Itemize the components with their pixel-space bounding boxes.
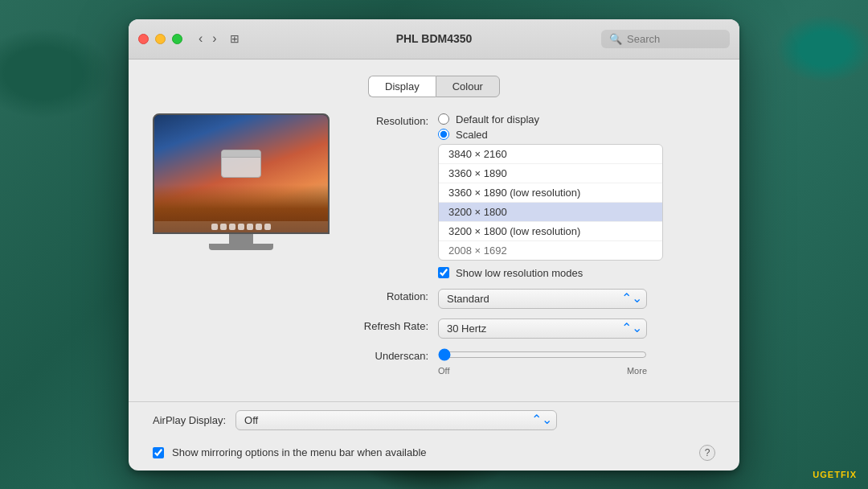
wallpaper — [154, 115, 328, 232]
traffic-lights — [138, 34, 182, 44]
show-low-res-label: Show low resolution modes — [456, 267, 583, 279]
dock-item — [229, 224, 235, 230]
show-low-res-row[interactable]: Show low resolution modes — [438, 267, 715, 279]
back-button[interactable]: ‹ — [195, 31, 206, 47]
scaled-option[interactable]: Scaled — [438, 129, 715, 141]
main-content: Display Colour — [129, 60, 739, 401]
help-button[interactable]: ? — [699, 445, 715, 461]
settings-panel: Resolution: Default for display Scaled — [354, 113, 715, 385]
rotation-row: Rotation: Standard 90° 180° 270° ⌃⌄ — [354, 289, 715, 309]
res-item-3200-low[interactable]: 3200 × 1800 (low resolution) — [439, 222, 662, 241]
close-button[interactable] — [138, 34, 149, 44]
resolution-options: Default for display Scaled — [438, 113, 715, 141]
res-item-3840[interactable]: 3840 × 2160 — [439, 145, 662, 164]
titlebar: ‹ › ⊞ PHL BDM4350 🔍 — [129, 19, 739, 60]
resolution-row: Resolution: Default for display Scaled — [354, 113, 715, 279]
tab-bar: Display Colour — [153, 76, 715, 97]
underscan-row: Underscan: Off More — [354, 348, 715, 376]
monitor-screen — [153, 113, 330, 234]
refresh-rate-select-wrapper: 30 Hertz 60 Hertz ⌃⌄ — [438, 318, 647, 339]
refresh-rate-row: Refresh Rate: 30 Hertz 60 Hertz ⌃⌄ — [354, 318, 715, 339]
res-item-3200[interactable]: 3200 × 1800 — [439, 203, 662, 222]
mirroring-label: Show mirroring options in the menu bar w… — [172, 446, 691, 458]
search-icon: 🔍 — [609, 33, 622, 45]
show-low-res-checkbox[interactable] — [438, 267, 449, 278]
default-radio[interactable] — [438, 113, 449, 125]
monitor-stand-neck — [229, 234, 253, 244]
default-for-display-option[interactable]: Default for display — [438, 113, 715, 125]
watermark-suffix: FIX — [841, 470, 857, 479]
slider-labels: Off More — [438, 366, 647, 376]
footer: Show mirroring options in the menu bar w… — [129, 438, 739, 471]
underscan-control: Off More — [438, 348, 715, 376]
slider-min-label: Off — [438, 366, 449, 376]
airplay-section: AirPlay Display: Off ⌃⌄ — [129, 401, 739, 438]
dock-item — [238, 224, 244, 230]
refresh-rate-select[interactable]: 30 Hertz 60 Hertz — [438, 318, 647, 339]
scaled-label: Scaled — [456, 129, 488, 141]
watermark: UGETFIX — [813, 466, 857, 481]
rotation-select-wrapper: Standard 90° 180° 270° ⌃⌄ — [438, 289, 647, 309]
airplay-select-wrapper: Off ⌃⌄ — [235, 410, 557, 430]
res-item-3360[interactable]: 3360 × 1890 — [439, 164, 662, 183]
nav-buttons: ‹ › — [195, 31, 220, 47]
window-title: PHL BDM4350 — [396, 32, 473, 45]
dialog-preview — [221, 150, 261, 178]
forward-button[interactable]: › — [209, 31, 219, 47]
refresh-rate-control: 30 Hertz 60 Hertz ⌃⌄ — [438, 318, 715, 339]
grid-icon[interactable]: ⊞ — [230, 32, 240, 45]
maximize-button[interactable] — [172, 34, 182, 44]
watermark-highlight: GET — [820, 470, 841, 479]
dock — [154, 221, 328, 232]
refresh-rate-label: Refresh Rate: — [354, 318, 438, 332]
underscan-slider-container: Off More — [438, 348, 647, 376]
rotation-label: Rotation: — [354, 289, 438, 302]
slider-max-label: More — [627, 366, 647, 376]
mirroring-checkbox[interactable] — [153, 447, 164, 458]
resolution-list: 3840 × 2160 3360 × 1890 3360 × 1890 (low… — [438, 144, 663, 261]
dock-item — [247, 224, 253, 230]
main-row: Resolution: Default for display Scaled — [153, 113, 715, 385]
monitor-preview — [153, 113, 330, 250]
system-preferences-window: ‹ › ⊞ PHL BDM4350 🔍 Display Colour — [129, 19, 739, 471]
airplay-select[interactable]: Off — [235, 410, 557, 430]
rotation-control: Standard 90° 180° 270° ⌃⌄ — [438, 289, 715, 309]
underscan-label: Underscan: — [354, 348, 438, 362]
rotation-select[interactable]: Standard 90° 180° 270° — [438, 289, 647, 309]
dock-item — [211, 224, 218, 230]
scaled-radio[interactable] — [438, 129, 449, 140]
search-box[interactable]: 🔍 — [601, 30, 730, 48]
dock-item — [256, 224, 262, 230]
dock-item — [264, 224, 271, 230]
res-item-3360-low[interactable]: 3360 × 1890 (low resolution) — [439, 183, 662, 203]
search-input[interactable] — [627, 33, 722, 45]
res-item-2008[interactable]: 2008 × 1692 — [439, 241, 662, 260]
tab-colour[interactable]: Colour — [436, 76, 500, 97]
monitor-stand-base — [209, 244, 273, 250]
default-label: Default for display — [456, 113, 539, 125]
airplay-label: AirPlay Display: — [153, 414, 226, 426]
tab-display[interactable]: Display — [368, 76, 436, 97]
minimize-button[interactable] — [155, 34, 166, 44]
resolution-label: Resolution: — [354, 113, 438, 127]
watermark-prefix: U — [813, 470, 820, 479]
watermark-text: UGETFIX — [813, 470, 857, 479]
dock-item — [220, 224, 227, 230]
underscan-slider[interactable] — [438, 348, 647, 361]
resolution-control: Default for display Scaled 3840 × 2160 3… — [438, 113, 715, 279]
